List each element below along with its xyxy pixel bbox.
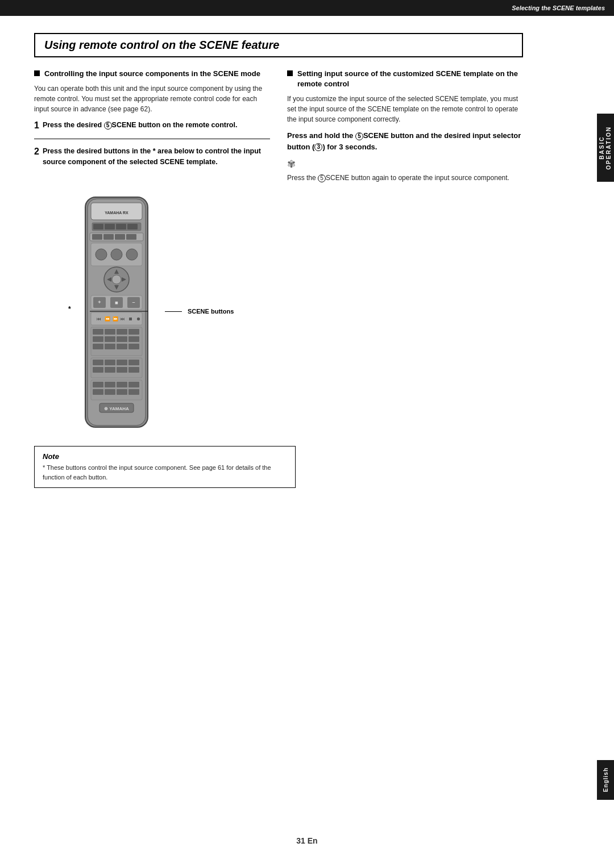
svg-rect-11 <box>103 234 114 240</box>
svg-rect-53 <box>105 360 115 365</box>
left-column: Controlling the input source components … <box>34 69 270 183</box>
svg-rect-39 <box>93 329 103 335</box>
svg-rect-44 <box>105 336 115 342</box>
svg-rect-65 <box>93 389 103 395</box>
svg-rect-56 <box>93 367 103 373</box>
svg-text:YAMAHA RX: YAMAHA RX <box>105 211 128 215</box>
svg-rect-64 <box>128 382 139 387</box>
scene-buttons-label-container: SCENE buttons <box>165 194 234 315</box>
svg-rect-52 <box>93 360 103 365</box>
step-1: 1 Press the desired 5SCENE button on the… <box>34 120 270 131</box>
scene-buttons-label: SCENE buttons <box>188 308 234 315</box>
svg-rect-12 <box>115 234 125 240</box>
remote-container: * YAMAHA RX <box>80 194 523 435</box>
divider <box>34 139 270 139</box>
top-bar: Selecting the SCENE templates <box>0 0 614 16</box>
svg-text:◼: ◼ <box>115 301 118 304</box>
asterisk-label: * <box>68 305 71 313</box>
section-title-box: Using remote control on the SCENE featur… <box>34 33 523 57</box>
svg-rect-41 <box>117 329 127 335</box>
svg-text:⏪: ⏪ <box>105 316 110 322</box>
svg-text:⏹: ⏹ <box>128 316 133 322</box>
top-bar-title: Selecting the SCENE templates <box>512 5 605 11</box>
sidebar-operation-tab: BASICOPERATION <box>597 114 614 182</box>
svg-rect-7 <box>116 224 126 229</box>
svg-rect-58 <box>117 367 127 373</box>
svg-rect-42 <box>128 329 139 335</box>
svg-rect-67 <box>117 389 127 395</box>
bottom-english-tab: English <box>597 760 614 800</box>
bullet-square <box>34 70 40 76</box>
svg-rect-66 <box>105 389 115 395</box>
svg-text:⊕ YAMAHA: ⊕ YAMAHA <box>104 406 129 411</box>
bottom-tab-label: English <box>603 767 609 792</box>
svg-text:–: – <box>132 299 135 305</box>
left-heading: Controlling the input source components … <box>34 69 270 79</box>
step-2-number: 2 <box>34 146 39 157</box>
svg-rect-55 <box>128 360 139 365</box>
right-body-text: If you customize the input source of the… <box>287 94 523 124</box>
svg-rect-62 <box>105 382 115 387</box>
svg-rect-13 <box>126 234 136 240</box>
svg-rect-43 <box>93 336 103 342</box>
svg-point-16 <box>111 249 122 260</box>
note-title: Note <box>43 452 287 461</box>
right-bold-instruction: Press and hold the 5SCENE button and the… <box>287 130 523 152</box>
left-body-text: You can operate both this unit and the i… <box>34 84 270 114</box>
right-column: Setting input source of the customized S… <box>287 69 523 183</box>
svg-rect-45 <box>117 336 127 342</box>
step-1-number: 1 <box>34 120 39 131</box>
svg-rect-59 <box>128 367 139 373</box>
step-2-text: Press the desired buttons in the * area … <box>43 146 270 168</box>
svg-rect-49 <box>117 344 127 349</box>
svg-rect-54 <box>117 360 127 365</box>
section-title: Using remote control on the SCENE featur… <box>44 39 513 52</box>
left-heading-text: Controlling the input source components … <box>44 69 260 79</box>
remote-image-wrap: * YAMAHA RX <box>80 194 154 435</box>
svg-text:⏺: ⏺ <box>136 316 141 322</box>
note-text: * These buttons control the input source… <box>43 463 287 482</box>
svg-rect-8 <box>127 224 138 229</box>
scene-line-left <box>165 311 182 312</box>
tip-section: ✾ Press the 5SCENE button again to opera… <box>287 158 523 183</box>
svg-rect-10 <box>92 234 102 240</box>
svg-rect-61 <box>93 382 103 387</box>
svg-point-17 <box>126 249 138 260</box>
tip-text: Press the 5SCENE button again to operate… <box>287 173 523 183</box>
svg-rect-6 <box>105 224 115 229</box>
svg-rect-5 <box>93 224 103 229</box>
sidebar-label: BASICOPERATION <box>599 126 612 170</box>
right-bullet-square <box>287 70 293 76</box>
scene-line-svg <box>80 307 154 315</box>
two-column-layout: Controlling the input source components … <box>34 69 523 183</box>
svg-rect-63 <box>117 382 127 387</box>
svg-text:+: + <box>98 299 101 305</box>
step-2: 2 Press the desired buttons in the * are… <box>34 146 270 168</box>
svg-text:⏭: ⏭ <box>121 316 125 322</box>
svg-rect-40 <box>105 329 115 335</box>
svg-text:⏮: ⏮ <box>97 316 101 322</box>
tip-icon: ✾ <box>287 158 523 170</box>
page-number: 31 En <box>296 836 317 845</box>
svg-point-15 <box>96 249 107 260</box>
main-content: Using remote control on the SCENE featur… <box>0 16 557 516</box>
svg-rect-47 <box>93 344 103 349</box>
note-box: Note * These buttons control the input s… <box>34 446 296 488</box>
svg-rect-48 <box>105 344 115 349</box>
right-heading-text: Setting input source of the customized S… <box>297 69 523 89</box>
svg-text:⏩: ⏩ <box>113 316 118 322</box>
svg-point-19 <box>112 275 121 284</box>
svg-rect-68 <box>128 389 139 395</box>
svg-rect-57 <box>105 367 115 373</box>
right-heading: Setting input source of the customized S… <box>287 69 523 89</box>
step-1-text: Press the desired 5SCENE button on the r… <box>43 120 238 131</box>
svg-rect-50 <box>128 344 139 349</box>
svg-rect-46 <box>128 336 139 342</box>
